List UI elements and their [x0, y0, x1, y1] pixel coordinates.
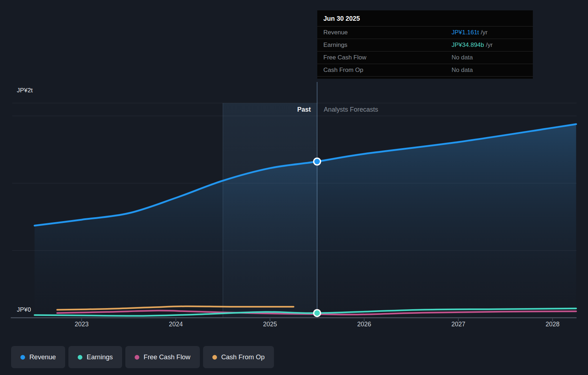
x-axis-label-2027: 2027 [442, 321, 474, 328]
tooltip-value: No data [452, 67, 473, 74]
tooltip-row-free-cash-flow: Free Cash Flow No data [317, 51, 533, 64]
earnings-revenue-growth-chart: JP¥2t JP¥0 Past Analysts Forecasts 20232… [0, 0, 588, 375]
tooltip-value-suffix: /yr [486, 42, 493, 49]
tooltip-label: Earnings [323, 42, 452, 49]
x-axis-label-2024: 2024 [160, 321, 192, 328]
tooltip-value-suffix: /yr [481, 29, 488, 36]
chart-legend: Revenue Earnings Free Cash Flow Cash Fro… [11, 346, 274, 368]
analysts-forecasts-section-label: Analysts Forecasts [324, 106, 378, 113]
x-axis-label-2028: 2028 [536, 321, 569, 328]
legend-item-revenue[interactable]: Revenue [11, 346, 65, 368]
revenue-series-dot-icon [20, 355, 25, 360]
legend-label: Free Cash Flow [144, 353, 191, 361]
x-axis-label-2023: 2023 [66, 321, 98, 328]
tooltip-date: Jun 30 2025 [317, 10, 533, 26]
earnings-series-dot-icon [78, 355, 82, 360]
cash-from-op-series-dot-icon [212, 355, 217, 360]
tooltip-label: Revenue [323, 29, 452, 36]
tooltip-value: JP¥1.161t [452, 29, 479, 36]
tooltip-row-cash-from-op: Cash From Op No data [317, 64, 533, 77]
chart-tooltip: Jun 30 2025 Revenue JP¥1.161t /yr Earnin… [317, 10, 533, 79]
legend-item-cash-from-op[interactable]: Cash From Op [203, 346, 274, 368]
earnings-marker[interactable] [314, 310, 320, 316]
x-axis-label-2026: 2026 [348, 321, 380, 328]
legend-item-earnings[interactable]: Earnings [68, 346, 122, 368]
tooltip-row-revenue: Revenue JP¥1.161t /yr [317, 26, 533, 39]
y-axis-zero-label: JP¥0 [17, 306, 31, 313]
revenue-marker[interactable] [314, 158, 320, 165]
x-axis-label-2025: 2025 [254, 321, 286, 328]
tooltip-value: No data [452, 54, 473, 61]
free-cash-flow-series-dot-icon [135, 355, 139, 360]
legend-label: Revenue [29, 353, 56, 361]
tooltip-row-earnings: Earnings JP¥34.894b /yr [317, 39, 533, 51]
legend-item-free-cash-flow[interactable]: Free Cash Flow [125, 346, 200, 368]
y-axis-max-label: JP¥2t [17, 87, 33, 94]
legend-label: Earnings [87, 353, 113, 361]
past-section-label: Past [297, 106, 311, 113]
legend-label: Cash From Op [221, 353, 265, 361]
tooltip-label: Cash From Op [323, 67, 452, 74]
tooltip-label: Free Cash Flow [323, 54, 452, 61]
tooltip-value: JP¥34.894b [452, 42, 484, 49]
